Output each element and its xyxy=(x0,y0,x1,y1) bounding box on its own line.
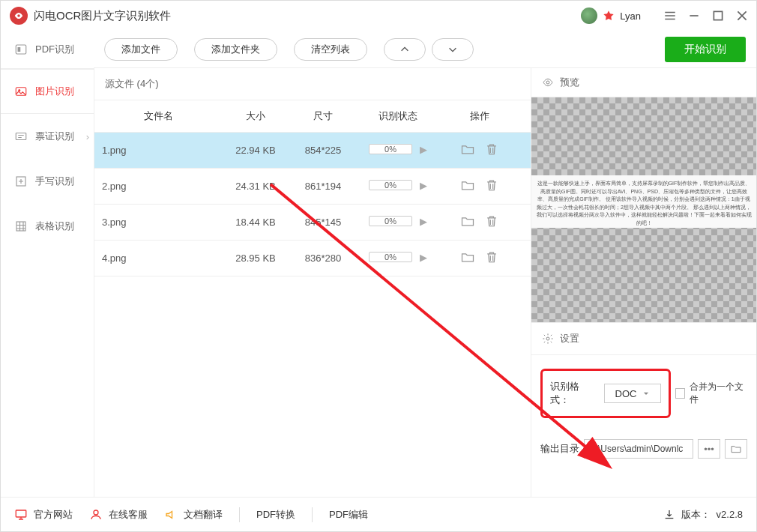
horn-icon xyxy=(164,508,178,522)
chevron-right-icon: › xyxy=(86,131,89,142)
app-logo-icon xyxy=(10,7,28,25)
svg-rect-2 xyxy=(18,47,21,52)
play-icon[interactable]: ▶ xyxy=(420,252,427,263)
footer-version: 版本： v2.2.8 xyxy=(663,508,743,522)
file-status-cell: 0%▶ xyxy=(357,135,439,166)
open-folder-icon[interactable] xyxy=(460,142,475,159)
col-header-name: 文件名 xyxy=(94,100,222,132)
file-size-cell: 22.94 KB xyxy=(222,136,289,165)
right-panel: 预览 这是一款能够快速上手，界面布局简单，支持屏幕录制的GIF制作软件，帮您制作… xyxy=(531,68,756,497)
minimize-icon[interactable] xyxy=(687,9,701,22)
open-folder-icon[interactable] xyxy=(460,178,475,195)
col-header-dim: 尺寸 xyxy=(289,100,357,132)
sidebar-item-label: 图片识别 xyxy=(35,85,74,98)
file-ops-cell xyxy=(439,205,520,240)
sidebar-item-label: 票证识别 xyxy=(35,130,74,143)
clear-list-button[interactable]: 清空列表 xyxy=(294,38,367,61)
file-dim-cell: 861*194 xyxy=(289,172,357,201)
format-select[interactable]: DOC xyxy=(604,384,661,403)
merge-checkbox[interactable] xyxy=(675,388,685,399)
open-folder-icon[interactable] xyxy=(460,250,475,267)
svg-rect-1 xyxy=(16,45,26,54)
footer-pdf-edit[interactable]: PDF编辑 xyxy=(329,508,368,522)
delete-icon[interactable] xyxy=(484,250,499,267)
table-row[interactable]: 4.png28.95 KB836*2800%▶ xyxy=(94,241,531,276)
delete-icon[interactable] xyxy=(484,142,499,159)
settings-section-title: 设置 xyxy=(531,322,756,355)
sidebar: PDF识别 图片识别 票证识别 › 手写识别 表格识别 xyxy=(1,31,94,497)
footer-pdf-convert[interactable]: PDF转换 xyxy=(256,508,295,522)
sidebar-item-image[interactable]: 图片识别 xyxy=(1,69,94,114)
col-header-status: 识别状态 xyxy=(357,100,439,132)
file-ops-cell xyxy=(439,241,520,276)
file-dim-cell: 836*280 xyxy=(289,244,357,273)
svg-point-11 xyxy=(94,510,98,515)
table-row[interactable]: 2.png24.31 KB861*1940%▶ xyxy=(94,169,531,205)
play-icon[interactable]: ▶ xyxy=(420,216,427,227)
footer-support[interactable]: 在线客服 xyxy=(89,508,148,522)
col-header-size: 大小 xyxy=(222,100,289,132)
toolbar: 添加文件 添加文件夹 清空列表 开始识别 xyxy=(94,31,756,68)
file-name-cell: 4.png xyxy=(94,244,222,273)
svg-rect-10 xyxy=(16,510,26,517)
file-name-cell: 2.png xyxy=(94,172,222,201)
more-options-button[interactable]: ••• xyxy=(698,439,720,459)
close-icon[interactable] xyxy=(735,9,749,22)
body: PDF识别 图片识别 票证识别 › 手写识别 表格识别 xyxy=(1,31,756,497)
output-label: 输出目录 xyxy=(540,442,579,456)
svg-rect-5 xyxy=(16,133,26,140)
svg-point-9 xyxy=(546,337,549,340)
file-size-cell: 28.95 KB xyxy=(222,244,289,273)
file-status-cell: 0%▶ xyxy=(357,207,439,238)
title-bar: 闪电OCR图片文字识别软件 Lyan xyxy=(1,1,756,31)
file-ops-cell xyxy=(439,133,520,168)
play-icon[interactable]: ▶ xyxy=(420,180,427,191)
user-name: Lyan xyxy=(620,10,641,22)
maximize-icon[interactable] xyxy=(711,9,725,22)
settings-body: 识别格式： DOC 合并为一个文件 输出目录 C:\Users\admin\Do… xyxy=(531,355,756,497)
file-name-cell: 1.png xyxy=(94,136,222,165)
preview-section-title: 预览 xyxy=(531,68,756,97)
add-file-button[interactable]: 添加文件 xyxy=(104,38,178,61)
add-folder-button[interactable]: 添加文件夹 xyxy=(194,38,277,61)
delete-icon[interactable] xyxy=(484,214,499,231)
table-header-row: 文件名 大小 尺寸 识别状态 操作 xyxy=(94,100,531,133)
delete-icon[interactable] xyxy=(484,178,499,195)
app-window: 闪电OCR图片文字识别软件 Lyan PDF识别 图 xyxy=(0,0,757,532)
sidebar-item-label: 手写识别 xyxy=(35,175,74,188)
footer: 官方网站 在线客服 文档翻译 PDF转换 PDF编辑 版本： v2.2.8 xyxy=(1,497,756,531)
window-controls xyxy=(663,9,749,22)
sidebar-item-handwriting[interactable]: 手写识别 xyxy=(1,159,94,204)
preview-content: 这是一款能够快速上手，界面布局简单，支持屏幕录制的GIF制作软件，帮您制作出高品… xyxy=(531,175,756,228)
user-area[interactable]: Lyan xyxy=(581,7,641,24)
file-size-cell: 18.44 KB xyxy=(222,208,289,237)
sidebar-item-label: PDF识别 xyxy=(35,43,74,56)
open-folder-icon[interactable] xyxy=(460,214,475,231)
vip-icon xyxy=(602,9,615,22)
download-icon xyxy=(663,509,675,521)
source-header: 源文件 (4个) xyxy=(94,68,531,100)
file-size-cell: 24.31 KB xyxy=(222,172,289,201)
format-label: 识别格式： xyxy=(550,380,598,407)
output-path-input[interactable]: C:\Users\admin\Downlc xyxy=(584,439,693,459)
sidebar-item-pdf[interactable]: PDF识别 xyxy=(1,31,94,68)
table-body: 1.png22.94 KB854*2250%▶2.png24.31 KB861*… xyxy=(94,133,531,497)
headset-icon xyxy=(89,508,103,522)
start-recognition-button[interactable]: 开始识别 xyxy=(665,37,746,62)
gear-icon xyxy=(542,333,554,345)
file-name-cell: 3.png xyxy=(94,208,222,237)
play-icon[interactable]: ▶ xyxy=(420,144,427,155)
move-down-button[interactable] xyxy=(432,38,474,61)
sidebar-item-ticket[interactable]: 票证识别 › xyxy=(1,114,94,159)
table-row[interactable]: 3.png18.44 KB845*1450%▶ xyxy=(94,205,531,241)
menu-icon[interactable] xyxy=(663,9,677,22)
footer-website[interactable]: 官方网站 xyxy=(14,508,73,522)
table-row[interactable]: 1.png22.94 KB854*2250%▶ xyxy=(94,133,531,169)
open-folder-button[interactable] xyxy=(725,439,747,459)
move-up-button[interactable] xyxy=(384,38,426,61)
file-ops-cell xyxy=(439,169,520,204)
footer-translate[interactable]: 文档翻译 xyxy=(164,508,223,522)
output-setting-row: 输出目录 C:\Users\admin\Downlc ••• xyxy=(540,439,747,459)
sidebar-item-table[interactable]: 表格识别 xyxy=(1,204,94,249)
file-list-panel: 源文件 (4个) 文件名 大小 尺寸 识别状态 操作 1.png22.94 KB… xyxy=(94,68,531,497)
